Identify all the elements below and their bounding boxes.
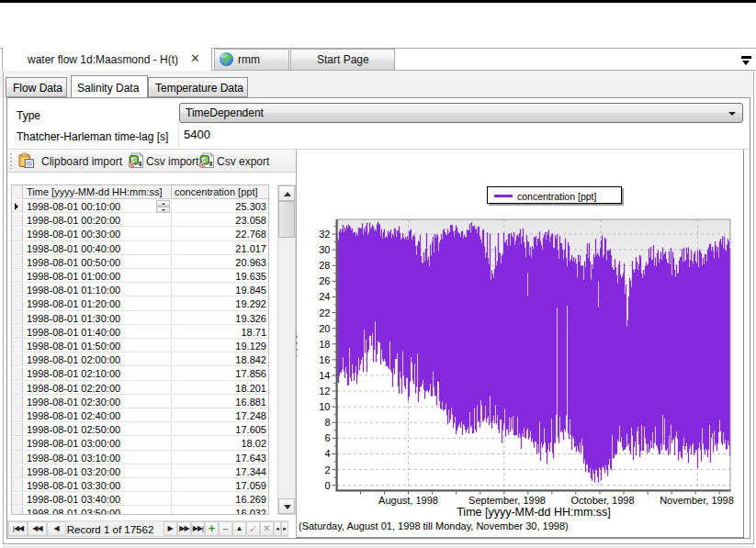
svg-text:September, 1998: September, 1998 — [468, 495, 546, 506]
svg-text:November, 1998: November, 1998 — [660, 495, 734, 506]
svg-text:18: 18 — [319, 339, 330, 350]
svg-text:(Saturday, August 01, 1998 til: (Saturday, August 01, 1998 till Monday, … — [299, 520, 569, 531]
svg-text:28: 28 — [319, 260, 330, 271]
svg-text:14: 14 — [319, 370, 330, 381]
svg-text:August, 1998: August, 1998 — [378, 495, 438, 506]
svg-text:October, 1998: October, 1998 — [570, 495, 634, 506]
svg-text:20: 20 — [319, 323, 330, 334]
svg-text:16: 16 — [319, 354, 330, 365]
svg-text:Time [yyyy-MM-dd HH:mm:ss]: Time [yyyy-MM-dd HH:mm:ss] — [457, 506, 611, 519]
svg-text:2: 2 — [324, 464, 330, 475]
svg-text:6: 6 — [324, 432, 330, 443]
svg-text:4: 4 — [324, 448, 330, 459]
svg-text:30: 30 — [319, 244, 330, 255]
svg-text:32: 32 — [319, 229, 330, 240]
svg-text:8: 8 — [324, 417, 330, 428]
svg-text:24: 24 — [319, 291, 330, 302]
svg-text:12: 12 — [319, 386, 330, 397]
svg-text:22: 22 — [319, 308, 330, 319]
svg-text:10: 10 — [319, 401, 330, 412]
svg-text:0: 0 — [324, 480, 330, 491]
svg-text:26: 26 — [319, 275, 330, 286]
